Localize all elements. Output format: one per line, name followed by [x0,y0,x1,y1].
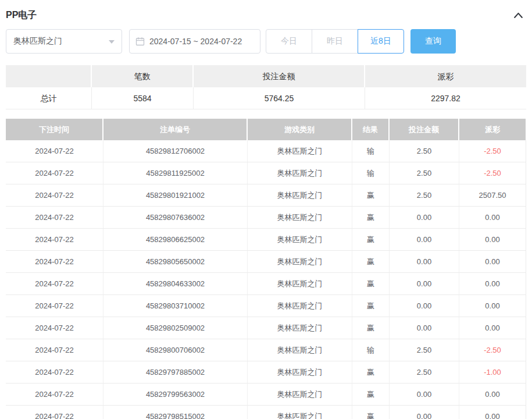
table-row: 2024-07-22 45829799563002 奥林匹斯之门 赢 0.00 … [6,384,526,406]
calendar-icon [135,37,145,46]
yesterday-button[interactable]: 昨日 [312,29,358,54]
cell-order-number: 45829803710002 [103,295,248,317]
collapse-panel-button[interactable] [512,9,525,21]
last-8-days-button[interactable]: 近8日 [358,29,404,54]
cell-result: 赢 [352,251,390,273]
cell-bet-amount: 2.50 [390,184,459,207]
cell-bet-amount: 0.00 [390,406,459,419]
cell-bet-time: 2024-07-22 [6,251,103,273]
cell-payout: 0.00 [459,406,526,419]
query-button[interactable]: 查询 [410,29,456,54]
cell-bet-amount: 0.00 [390,251,459,273]
cell-game-category: 奥林匹斯之门 [248,295,352,317]
summary-header-row: 笔数 投注金额 派彩 [6,65,526,87]
cell-bet-amount: 0.00 [390,229,459,251]
header-bet-amount: 投注金额 [390,119,459,140]
table-row: 2024-07-22 45829803710002 奥林匹斯之门 赢 0.00 … [6,295,526,317]
cell-order-number: 45829805650002 [103,251,248,273]
game-select-value: 奥林匹斯之门 [13,36,62,47]
game-select[interactable]: 奥林匹斯之门 [6,29,122,54]
table-row: 2024-07-22 45829797885002 奥林匹斯之门 赢 2.50 … [6,361,526,384]
chevron-down-icon [109,40,115,47]
cell-bet-amount: 0.00 [390,295,459,317]
panel-header: PP电子 [6,0,526,23]
cell-payout: 2507.50 [459,184,526,207]
cell-bet-time: 2024-07-22 [6,339,103,361]
table-row: 2024-07-22 45829800706002 奥林匹斯之门 输 2.50 … [6,339,526,361]
cell-bet-amount: 0.00 [390,384,459,406]
cell-bet-amount: 2.50 [390,140,459,162]
cell-bet-time: 2024-07-22 [6,184,103,207]
table-row: 2024-07-22 45829802509002 奥林匹斯之门 赢 0.00 … [6,317,526,339]
cell-bet-amount: 2.50 [390,162,459,184]
cell-result: 赢 [352,229,390,251]
date-range-value: 2024-07-15 ~ 2024-07-22 [149,37,242,46]
cell-game-category: 奥林匹斯之门 [248,207,352,229]
cell-payout: 0.00 [459,251,526,273]
cell-payout: -2.50 [459,140,526,162]
cell-bet-time: 2024-07-22 [6,384,103,406]
date-range-input[interactable]: 2024-07-15 ~ 2024-07-22 [129,29,260,54]
cell-payout: 0.00 [459,295,526,317]
header-order-number: 注单编号 [103,119,248,140]
cell-game-category: 奥林匹斯之门 [248,384,352,406]
cell-result: 输 [352,339,390,361]
cell-game-category: 奥林匹斯之门 [248,317,352,339]
bet-table-body: 2024-07-22 45829812706002 奥林匹斯之门 输 2.50 … [6,140,526,419]
table-row: 2024-07-22 45829811925002 奥林匹斯之门 输 2.50 … [6,162,526,184]
page-title: PP电子 [6,9,37,22]
cell-payout: -2.50 [459,339,526,361]
cell-result: 输 [352,162,390,184]
summary-header-empty [6,65,92,87]
chevron-up-icon [513,10,524,20]
summary-payout-value: 2297.82 [365,87,526,109]
cell-order-number: 45829801921002 [103,184,248,207]
cell-order-number: 45829806625002 [103,229,248,251]
table-row: 2024-07-22 45829805650002 奥林匹斯之门 赢 0.00 … [6,251,526,273]
cell-game-category: 奥林匹斯之门 [248,406,352,419]
cell-bet-time: 2024-07-22 [6,295,103,317]
cell-order-number: 45829800706002 [103,339,248,361]
cell-game-category: 奥林匹斯之门 [248,273,352,295]
cell-payout: 0.00 [459,273,526,295]
cell-payout: -2.50 [459,162,526,184]
cell-order-number: 45829811925002 [103,162,248,184]
summary-header-payout: 派彩 [365,65,526,87]
cell-bet-amount: 0.00 [390,273,459,295]
cell-bet-amount: 2.50 [390,339,459,361]
summary-total-row: 总计 5584 5764.25 2297.82 [6,87,526,109]
cell-bet-time: 2024-07-22 [6,162,103,184]
cell-order-number: 45829812706002 [103,140,248,162]
cell-bet-amount: 0.00 [390,317,459,339]
cell-order-number: 45829802509002 [103,317,248,339]
cell-order-number: 45829807636002 [103,207,248,229]
cell-result: 赢 [352,295,390,317]
cell-game-category: 奥林匹斯之门 [248,251,352,273]
cell-result: 赢 [352,207,390,229]
cell-payout: 0.00 [459,384,526,406]
table-row: 2024-07-22 45829807636002 奥林匹斯之门 赢 0.00 … [6,207,526,229]
summary-count-value: 5584 [92,87,194,109]
summary-table: 笔数 投注金额 派彩 总计 5584 5764.25 2297.82 [6,65,526,109]
cell-bet-time: 2024-07-22 [6,361,103,384]
cell-bet-time: 2024-07-22 [6,140,103,162]
cell-result: 赢 [352,384,390,406]
cell-bet-time: 2024-07-22 [6,229,103,251]
cell-payout: 0.00 [459,317,526,339]
cell-bet-time: 2024-07-22 [6,273,103,295]
today-button[interactable]: 今日 [266,29,312,54]
cell-result: 赢 [352,361,390,384]
header-payout: 派彩 [459,119,526,140]
table-row: 2024-07-22 45829801921002 奥林匹斯之门 赢 2.50 … [6,184,526,207]
table-row: 2024-07-22 45829804633002 奥林匹斯之门 赢 0.00 … [6,273,526,295]
quick-filter-group: 今日 昨日 近8日 [266,29,404,54]
summary-header-count: 笔数 [92,65,194,87]
cell-result: 赢 [352,317,390,339]
cell-order-number: 45829798515002 [103,406,248,419]
cell-game-category: 奥林匹斯之门 [248,229,352,251]
cell-payout: 0.00 [459,229,526,251]
bet-table-header-row: 下注时间 注单编号 游戏类别 结果 投注金额 派彩 [6,119,526,140]
cell-bet-amount: 0.00 [390,207,459,229]
table-row: 2024-07-22 45829812706002 奥林匹斯之门 输 2.50 … [6,140,526,162]
cell-game-category: 奥林匹斯之门 [248,140,352,162]
